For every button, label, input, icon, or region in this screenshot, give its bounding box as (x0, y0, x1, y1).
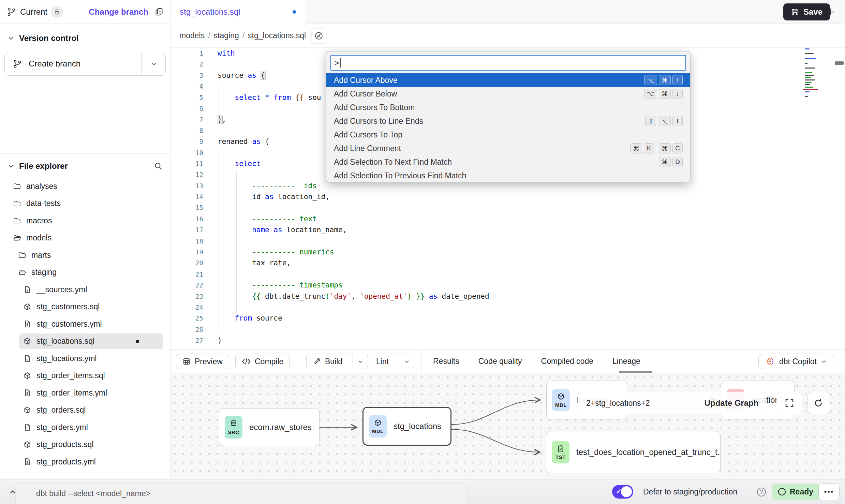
code-line-27[interactable]: 27) (171, 335, 845, 346)
current-branch-label: Current (20, 7, 47, 17)
palette-item-add-cursors-to-line-ends[interactable]: Add Cursors to Line Ends⇧⌥I (326, 114, 690, 128)
refresh-button[interactable] (807, 392, 829, 414)
indent-guide (219, 81, 219, 115)
create-branch-button[interactable]: Create branch (4, 52, 166, 76)
palette-item-add-cursor-below[interactable]: Add Cursor Below⌥⌘↓ (326, 87, 690, 101)
chevron-down-icon (404, 358, 410, 365)
preview-button[interactable]: Preview (176, 354, 229, 369)
search-icon[interactable] (154, 162, 163, 171)
code-line-16[interactable]: 16 ---------- text (171, 213, 845, 224)
palette-item-add-cursor-above[interactable]: Add Cursor Above⌥⌘↑ (326, 73, 690, 87)
code-line-20[interactable]: 20 tax_rate, (171, 257, 845, 268)
code-line-14[interactable]: 14 id as location_id, (171, 191, 845, 202)
create-branch-dropdown[interactable] (142, 52, 165, 75)
build-dropdown-chevron[interactable] (353, 354, 368, 369)
file-item-stg-customers-yml[interactable]: stg_customers.yml (0, 315, 170, 333)
code-text: select * from {{ sou (208, 92, 321, 103)
key-chip: ⌥ (644, 75, 657, 85)
explore-compass-button[interactable] (311, 28, 326, 43)
key-chip: K (644, 143, 654, 153)
copilot-icon (766, 357, 775, 366)
dbt-command-input[interactable]: dbt build --select <model_name> (15, 482, 468, 504)
file-item-label: stg_customers.sql (36, 302, 100, 311)
build-button[interactable]: Build (306, 354, 368, 369)
node-stg-locations[interactable]: MDL stg_locations (362, 407, 451, 446)
code-text: name as location_name, (208, 224, 347, 235)
doc-icon (23, 285, 31, 294)
code-text: tax_rate, (208, 257, 291, 268)
code-line-26[interactable]: 26 (171, 324, 845, 335)
code-line-23[interactable]: 23 {{ dbt.date_trunc('day', 'opened_at')… (171, 291, 845, 302)
code-line-21[interactable]: 21 (171, 269, 845, 280)
file-item-stg-customers-sql[interactable]: stg_customers.sql (0, 298, 170, 316)
tab-lineage[interactable]: Lineage (612, 357, 640, 366)
file-item-stg-locations-sql[interactable]: stg_locations.sql (0, 333, 170, 350)
tab-stg-locations-sql[interactable]: stg_locations.sql (171, 0, 305, 24)
file-item--sources-yml[interactable]: __sources.yml (0, 281, 170, 298)
code-line-18[interactable]: 18 (171, 236, 845, 247)
minimap-slider[interactable] (835, 61, 844, 65)
file-item-data-tests[interactable]: data-tests (0, 195, 170, 212)
line-number: 25 (171, 313, 208, 324)
file-item-label: stg_customers.yml (36, 320, 102, 329)
code-line-15[interactable]: 15 (171, 202, 845, 213)
line-number: 13 (171, 180, 208, 191)
graph-selector-input[interactable]: 2+stg_locations+2 (578, 392, 697, 414)
tab-results[interactable]: Results (433, 357, 459, 366)
fullscreen-button[interactable] (777, 392, 802, 414)
update-graph-button[interactable]: Update Graph (697, 392, 766, 414)
lineage-graph[interactable]: SRC ecom.raw_stores MDL stg_locations MD… (0, 373, 845, 479)
file-item-macros[interactable]: macros (0, 212, 170, 229)
file-item-stg-locations-yml[interactable]: stg_locations.yml (0, 350, 170, 367)
compile-button[interactable]: Compile (235, 354, 290, 369)
palette-item-add-cursors-to-top[interactable]: Add Cursors To Top (326, 128, 690, 142)
breadcrumb-file[interactable]: stg_locations.sql (248, 31, 306, 40)
defer-toggle[interactable]: ✓ (612, 485, 633, 499)
code-icon (242, 358, 251, 365)
test-badge: TST (552, 441, 569, 463)
code-line-17[interactable]: 17 name as location_name, (171, 224, 845, 235)
code-line-19[interactable]: 19 ---------- numerics (171, 247, 845, 257)
copy-icon[interactable] (154, 7, 164, 16)
code-line-22[interactable]: 22 ---------- timestamps (171, 280, 845, 291)
save-button[interactable]: Save (783, 3, 830, 20)
tab-compiled-code[interactable]: Compiled code (541, 357, 593, 366)
lint-button[interactable]: Lint (370, 354, 414, 369)
file-item-marts[interactable]: marts (0, 247, 170, 264)
node-ecom-raw-stores[interactable]: SRC ecom.raw_stores (219, 409, 320, 446)
node-test[interactable]: TST test_does_location_opened_at_trunc_t… (546, 431, 721, 473)
folder-icon (13, 182, 21, 190)
breadcrumb-models[interactable]: models (179, 31, 205, 40)
palette-item-label: Add Selection To Previous Find Match (334, 171, 466, 180)
help-icon[interactable]: ? (757, 488, 766, 496)
code-text: with (208, 48, 235, 59)
git-branch-icon (7, 7, 16, 16)
version-control-header[interactable]: Version control (0, 29, 170, 48)
clipboard-check-icon (557, 445, 565, 453)
dbt-copilot-button[interactable]: dbt Copilot (758, 354, 834, 369)
change-branch-link[interactable]: Change branch (89, 7, 148, 17)
code-line-25[interactable]: 25 from source (171, 313, 845, 324)
minimap[interactable] (801, 48, 825, 99)
command-palette: > Add Cursor Above⌥⌘↑Add Cursor Below⌥⌘↓… (326, 51, 691, 182)
badge-label: TST (555, 454, 566, 460)
breadcrumb-staging[interactable]: staging (214, 31, 239, 40)
file-explorer-header[interactable]: File explorer (0, 157, 170, 176)
palette-item-add-selection-to-previous-find-match[interactable]: Add Selection To Previous Find Match (326, 169, 690, 182)
palette-item-add-selection-to-next-find-match[interactable]: Add Selection To Next Find Match⌘D (326, 155, 690, 169)
palette-input[interactable]: > (330, 55, 686, 71)
code-line-24[interactable]: 24 (171, 302, 845, 313)
palette-item-add-line-comment[interactable]: Add Line Comment⌘K⌘C (326, 142, 690, 155)
save-label: Save (803, 7, 822, 17)
palette-item-add-cursors-to-bottom[interactable]: Add Cursors To Bottom (326, 101, 690, 114)
tab-code-quality[interactable]: Code quality (478, 357, 522, 366)
key-chip: ⌘ (630, 143, 642, 153)
file-item-models[interactable]: models (0, 229, 170, 247)
file-item-analyses[interactable]: analyses (0, 178, 170, 195)
file-item-staging[interactable]: staging (0, 264, 170, 281)
folder-open-icon (18, 268, 26, 277)
code-text: ), (208, 114, 226, 125)
file-item-label: stg_products.yml (36, 457, 96, 466)
more-options-button[interactable]: ••• (818, 483, 840, 500)
lint-dropdown-chevron[interactable] (399, 354, 414, 369)
